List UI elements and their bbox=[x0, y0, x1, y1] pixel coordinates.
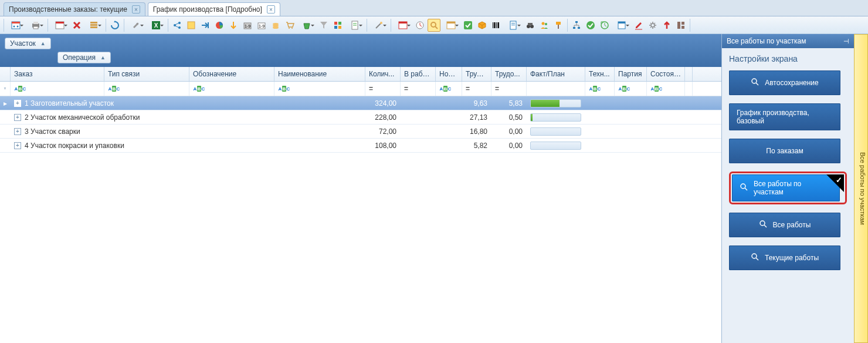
filter-labor1[interactable]: = bbox=[462, 82, 491, 96]
filter-order[interactable]: ABC bbox=[11, 82, 104, 96]
excel-icon[interactable]: X bbox=[147, 19, 165, 32]
col-type[interactable]: Тип связи bbox=[104, 67, 189, 81]
col-designation[interactable]: Обозначение bbox=[189, 67, 274, 81]
col-quantity[interactable]: Колич... bbox=[365, 67, 401, 81]
layout-icon[interactable] bbox=[674, 19, 687, 32]
tab-orders[interactable]: Производственные заказы: текущие × bbox=[4, 2, 145, 16]
doc-icon[interactable] bbox=[345, 19, 364, 32]
filter-qty[interactable]: = bbox=[365, 82, 401, 96]
cart-icon[interactable] bbox=[283, 19, 296, 32]
clock-icon[interactable] bbox=[413, 19, 426, 32]
svg-line-75 bbox=[745, 188, 747, 190]
col-fact-plan[interactable]: Факт/План bbox=[527, 67, 585, 81]
svg-rect-8 bbox=[56, 22, 64, 23]
group-chip-operation[interactable]: Операция ▲ bbox=[57, 52, 111, 63]
calendar-red-icon[interactable] bbox=[50, 19, 69, 32]
pie-chart-icon[interactable] bbox=[213, 19, 226, 32]
wand-icon[interactable] bbox=[369, 19, 388, 32]
expand-icon[interactable]: + bbox=[14, 142, 21, 149]
side-tab-vertical[interactable]: Все работы по участкам bbox=[854, 34, 868, 343]
table-row[interactable]: ▸ + 1 Заготовительный участок 324,00 9,6… bbox=[0, 96, 721, 110]
svg-rect-38 bbox=[399, 22, 407, 23]
box1-icon[interactable]: 1-9 bbox=[241, 19, 254, 32]
tree-icon[interactable] bbox=[570, 19, 583, 32]
col-nom[interactable]: Ном... bbox=[436, 67, 462, 81]
wrench-icon[interactable] bbox=[127, 19, 145, 32]
col-inwork[interactable]: В работе bbox=[401, 67, 436, 81]
filter-fact[interactable] bbox=[527, 82, 585, 96]
note-icon[interactable] bbox=[185, 19, 198, 32]
filter-batch[interactable]: ABC bbox=[615, 82, 647, 96]
by-orders-button[interactable]: По заказам bbox=[729, 139, 840, 163]
side-title-text: Все работы по участкам bbox=[727, 37, 806, 45]
autosave-button[interactable]: Автосохранение bbox=[729, 70, 840, 95]
bucket-icon[interactable] bbox=[297, 19, 316, 32]
col-batch[interactable]: Партия bbox=[615, 67, 647, 81]
col-labor1[interactable]: Трудо... bbox=[462, 67, 491, 81]
close-icon[interactable]: × bbox=[132, 5, 140, 14]
filter-labor2[interactable]: = bbox=[491, 82, 527, 96]
svg-point-56 bbox=[542, 22, 545, 25]
users-icon[interactable] bbox=[538, 19, 551, 32]
print-icon[interactable] bbox=[26, 19, 45, 32]
col-extra bbox=[685, 67, 693, 81]
box2-icon[interactable]: 1-9 bbox=[255, 19, 268, 32]
expand-icon[interactable]: + bbox=[14, 100, 21, 107]
check-green-icon[interactable] bbox=[462, 19, 474, 32]
binoculars-icon[interactable] bbox=[524, 19, 537, 32]
filter-inwork[interactable]: = bbox=[401, 82, 436, 96]
filter-designation[interactable]: ABC bbox=[189, 82, 274, 96]
filter-nom[interactable]: ABC bbox=[436, 82, 462, 96]
filter-type[interactable]: ABC bbox=[104, 82, 189, 96]
report-icon[interactable] bbox=[504, 19, 523, 32]
close-icon[interactable]: × bbox=[267, 5, 275, 14]
col-state[interactable]: Состояни... bbox=[647, 67, 685, 81]
share-icon[interactable] bbox=[171, 19, 184, 32]
gear-icon[interactable] bbox=[646, 19, 659, 32]
cal2-icon[interactable] bbox=[394, 19, 412, 32]
search-icon[interactable] bbox=[428, 19, 440, 32]
col-tech[interactable]: Техн... bbox=[585, 67, 615, 81]
group-chip-area[interactable]: Участок ▲ bbox=[5, 38, 51, 49]
base-schedule-button[interactable]: График производства, базовый bbox=[729, 103, 840, 130]
cal3-icon[interactable] bbox=[442, 19, 460, 32]
side-panel-header: Все работы по участкам ⊣ bbox=[722, 34, 854, 48]
filter-name[interactable]: ABC bbox=[274, 82, 365, 96]
expand-icon[interactable]: + bbox=[14, 128, 21, 135]
expand-icon[interactable]: + bbox=[14, 114, 21, 121]
down-arrow-icon[interactable] bbox=[227, 19, 240, 32]
barcode-icon[interactable] bbox=[490, 19, 503, 32]
filter-funnel-icon[interactable] bbox=[0, 82, 11, 96]
up-red-icon[interactable] bbox=[660, 19, 673, 32]
table-row[interactable]: + 3 Участок сварки 72,00 16,80 0,00 bbox=[0, 125, 721, 139]
delete-icon[interactable] bbox=[70, 19, 83, 32]
filter-state[interactable]: ABC bbox=[647, 82, 685, 96]
tab-schedule[interactable]: График производства [Подробно] × bbox=[148, 2, 280, 16]
window-icon[interactable] bbox=[612, 19, 631, 32]
blocks-icon[interactable] bbox=[331, 19, 344, 32]
table-row[interactable]: + 4 Участок покраски и упаковки 108,00 5… bbox=[0, 139, 721, 153]
svg-rect-43 bbox=[447, 22, 455, 23]
col-order[interactable]: Заказ bbox=[11, 67, 104, 81]
calendar-icon[interactable] bbox=[6, 19, 25, 32]
hammer-icon[interactable] bbox=[552, 19, 565, 32]
coins-icon[interactable] bbox=[269, 19, 282, 32]
current-works-button[interactable]: Текущие работы bbox=[729, 246, 840, 270]
filter-tech[interactable]: ABC bbox=[585, 82, 615, 96]
svg-line-41 bbox=[435, 26, 438, 29]
cube-icon[interactable] bbox=[476, 19, 489, 32]
pencil-red-icon[interactable] bbox=[632, 19, 645, 32]
list-icon[interactable] bbox=[84, 19, 103, 32]
all-works-button[interactable]: Все работы bbox=[729, 213, 840, 237]
check-circle-icon[interactable] bbox=[584, 19, 597, 32]
pin-icon[interactable]: ⊣ bbox=[843, 38, 849, 45]
history-icon[interactable] bbox=[598, 19, 611, 32]
funnel-icon[interactable] bbox=[317, 19, 330, 32]
goto-icon[interactable] bbox=[199, 19, 212, 32]
all-by-area-button[interactable]: Все работы по участкам bbox=[732, 174, 840, 201]
table-row[interactable]: + 2 Участок механической обработки 228,0… bbox=[0, 110, 721, 125]
svg-rect-60 bbox=[575, 21, 578, 23]
col-name[interactable]: Наименование bbox=[274, 67, 365, 81]
col-labor2[interactable]: Трудо... bbox=[491, 67, 527, 81]
refresh-icon[interactable] bbox=[108, 19, 121, 32]
